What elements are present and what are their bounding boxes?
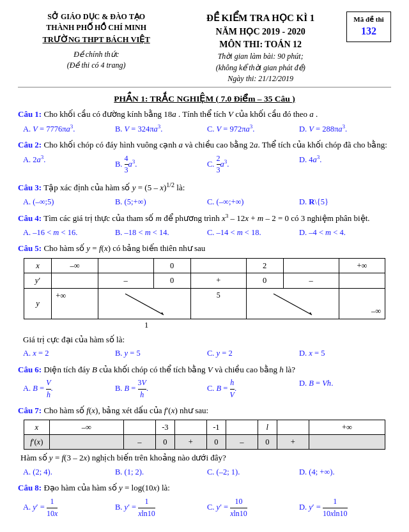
exam-time: Thời gian làm bài: 90 phút;: [174, 51, 346, 62]
q8-a: A. y′ = 110x: [23, 496, 115, 519]
q2-label: Câu 2:: [18, 140, 42, 149]
q4-text: Tìm các giá trị thực của tham số m để ph…: [43, 213, 369, 223]
q1-text: Cho khối cầu có đường kính bằng 18a . Tí…: [43, 109, 318, 119]
org-line1: SỞ GIÁO DỤC & ĐÀO TẠO: [18, 11, 174, 22]
header-left: SỞ GIÁO DỤC & ĐÀO TẠO THÀNH PHỐ HỒ CHÍ M…: [18, 11, 174, 72]
q1-label: Câu 1:: [18, 109, 42, 119]
de-chinh-thuc: Đề chính thức (Đề thi có 4 trang): [18, 49, 174, 72]
q5-label: Câu 5:: [18, 243, 42, 253]
q8-answers: A. y′ = 110x B. y′ = 1xln10 C. y′ = 10xl…: [23, 496, 391, 519]
q3-b: B. (5;+∞): [115, 196, 207, 208]
q5-d: D. x = 5: [299, 347, 391, 359]
exam-year: NĂM HỌC 2019 - 2020: [174, 26, 346, 38]
question-5: Câu 5: Cho hàm số y = f(x) có bảng biến …: [18, 243, 391, 359]
question-1: Câu 1: Cho khối cầu có đường kính bằng 1…: [18, 109, 391, 135]
q7-subtext: Hàm số y = f(3 – 2x) nghịch biến trên kh…: [20, 452, 391, 464]
q3-c: C. (–∞;+∞): [207, 196, 299, 208]
q7-label: Câu 7:: [18, 406, 42, 415]
question-2: Câu 2: Cho khối chóp có đáy hình vuông c…: [18, 139, 391, 176]
q2-b: B. 43a3.: [115, 153, 207, 176]
q1-a: A. V = 7776πa3.: [23, 123, 115, 135]
q2-c: C. 23a3.: [207, 153, 299, 176]
q2-text: Cho khối chóp có đáy hình vuông cạnh a v…: [43, 140, 387, 149]
q4-label: Câu 4:: [18, 213, 42, 223]
q4-a: A. –16 < m < 16.: [23, 227, 115, 238]
q6-text: Diện tích đáy B của khối chóp có thể tíc…: [43, 365, 295, 374]
q1-answers: A. V = 7776πa3. B. V = 324πa3. C. V = 97…: [23, 123, 391, 135]
q5-text: Cho hàm số y = f(x) có bảng biến thiên n…: [43, 243, 205, 253]
q7-sign-table: x –∞ -3 -1 l +∞ f′(x) – 0 + 0 – 0 +: [24, 420, 385, 450]
q7-b: B. (1; 2).: [115, 466, 207, 478]
exam-title: ĐỀ KIỂM TRA HỌC KÌ 1: [174, 11, 346, 26]
q5-variation-table: x –∞ 0 2 +∞ y′ – 0 + 0 – y +∞: [24, 258, 385, 330]
q7-answers: A. (2; 4). B. (1; 2). C. (–2; 1). D. (4;…: [23, 466, 391, 478]
q3-label: Câu 3:: [18, 183, 42, 192]
q6-b: B. B = 3Vh.: [115, 377, 207, 400]
q3-text: Tập xác định của hàm số y = (5 – x)1/2 l…: [43, 183, 185, 192]
svg-line-0: [125, 294, 164, 315]
q3-d: D. R\{5}: [299, 196, 391, 208]
question-8: Câu 8: Đạo hàm của hàm số y = log(10x) l…: [18, 482, 391, 519]
q7-d: D. (4; +∞).: [299, 466, 391, 478]
q5-graph-note: Giá trị cực đại của hàm số là:: [23, 334, 391, 346]
school-name: TRƯỜNG THPT BÁCH VIỆT: [18, 34, 174, 45]
q5-b: B. y = 5: [115, 347, 207, 359]
q6-c: C. B = hV.: [207, 377, 299, 400]
q7-a: A. (2; 4).: [23, 466, 115, 478]
q3-answers: A. (–∞;5) B. (5;+∞) C. (–∞;+∞) D. R\{5}: [23, 196, 391, 208]
q4-b: B. –18 < m < 14.: [115, 227, 207, 238]
exam-time-note: (không kể thời gian phát đề): [174, 63, 346, 73]
ma-de-badge: Mã đề thi 132: [346, 11, 391, 42]
q6-d: D. B = Vh.: [299, 377, 391, 400]
q1-b: B. V = 324πa3.: [115, 123, 207, 135]
exam-subject: MÔN THI: TOÁN 12: [174, 38, 346, 51]
section1-title: PHẦN 1: TRẮC NGHIỆM ( 7.0 Điểm – 35 Câu …: [18, 93, 391, 105]
q5-a: A. x = 2: [23, 347, 115, 359]
org-line2: THÀNH PHỐ HỒ CHÍ MINH: [18, 22, 174, 33]
q6-label: Câu 6:: [18, 365, 42, 374]
q4-answers: A. –16 < m < 16. B. –18 < m < 14. C. –14…: [23, 227, 391, 238]
q5-c: C. y = 2: [207, 347, 299, 359]
question-3: Câu 3: Tập xác định của hàm số y = (5 – …: [18, 181, 391, 208]
q4-c: C. –14 < m < 18.: [207, 227, 299, 238]
q8-text: Đạo hàm của hàm số y = log(10x) là:: [43, 483, 169, 492]
q7-text: Cho hàm số f(x), bảng xét dấu của f′(x) …: [43, 406, 208, 415]
q4-d: D. –4 < m < 4.: [299, 227, 391, 238]
q8-d: D. y′ = 110xln10: [299, 496, 391, 519]
exam-date: Ngày thi: 21/12/2019: [174, 73, 346, 84]
q2-answers: A. 2a3. B. 43a3. C. 23a3. D. 4a3.: [23, 153, 391, 176]
question-6: Câu 6: Diện tích đáy B của khối chóp có …: [18, 364, 391, 401]
q6-a: A. B = Vh.: [23, 377, 115, 400]
header-right: ĐỀ KIỂM TRA HỌC KÌ 1 NĂM HỌC 2019 - 2020…: [174, 11, 346, 85]
q8-b: B. y′ = 1xln10: [115, 496, 207, 519]
q2-d: D. 4a3.: [299, 153, 391, 176]
q8-c: C. y′ = 10xln10: [207, 496, 299, 519]
page-header: SỞ GIÁO DỤC & ĐÀO TẠO THÀNH PHỐ HỒ CHÍ M…: [18, 11, 391, 85]
q8-label: Câu 8:: [18, 483, 42, 492]
question-7: Câu 7: Cho hàm số f(x), bảng xét dấu của…: [18, 405, 391, 478]
q3-a: A. (–∞;5): [23, 196, 115, 208]
question-4: Câu 4: Tìm các giá trị thực của tham số …: [18, 212, 391, 238]
q7-c: C. (–2; 1).: [207, 466, 299, 478]
q1-c: C. V = 972πa3.: [207, 123, 299, 135]
q1-d: D. V = 288πa3.: [299, 123, 391, 135]
q5-answers: A. x = 2 B. y = 5 C. y = 2 D. x = 5: [23, 347, 391, 359]
q6-answers: A. B = Vh. B. B = 3Vh. C. B = hV. D. B =…: [23, 377, 391, 400]
svg-line-2: [274, 294, 312, 315]
q2-a: A. 2a3.: [23, 153, 115, 176]
header-divider: [18, 87, 391, 87]
